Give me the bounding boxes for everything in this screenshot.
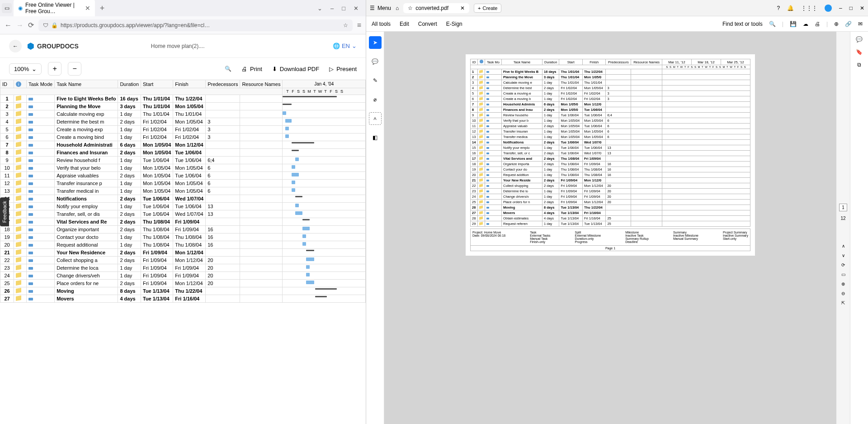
lasso-tool[interactable]: ⌀ — [369, 93, 382, 106]
chat-panel-icon[interactable]: 💬 — [856, 36, 863, 43]
close-tab-icon[interactable]: ✕ — [85, 5, 90, 12]
rotate-icon[interactable]: ⟳ — [841, 262, 845, 267]
table-row[interactable]: 3 Calculate moving exp 1 day Thu 1/01/04… — [0, 110, 366, 118]
minimize-button[interactable]: – — [839, 5, 842, 11]
search-icon[interactable]: 🔍 — [769, 21, 776, 27]
page-current[interactable]: 1 — [839, 204, 847, 211]
table-row[interactable]: 14 Notifications 2 days Tue 1/06/04 Wed … — [0, 195, 366, 203]
assistant-icon[interactable]: ⊕ — [834, 21, 839, 27]
table-row[interactable]: 2 Planning the Move 3 days Thu 1/01/04 M… — [0, 103, 366, 110]
present-button[interactable]: ▷ Present — [329, 66, 357, 72]
convert-tab[interactable]: Convert — [418, 21, 437, 27]
table-row[interactable]: 9 Review household f 1 day Tue 1/06/04 T… — [0, 157, 366, 164]
table-row[interactable]: 5 Create a moving-exp 1 day Fri 1/02/04 … — [0, 126, 366, 133]
text-select-tool[interactable]: A — [369, 112, 382, 125]
gd-logo-icon: ⬢ — [27, 41, 34, 51]
comment-tool[interactable]: 💬 — [369, 55, 382, 68]
home-icon[interactable]: ⌂ — [396, 5, 399, 11]
forward-icon[interactable]: → — [16, 21, 24, 29]
table-row[interactable]: 20 Request additional 1 day Thu 1/08/04 … — [0, 241, 366, 249]
star-icon[interactable]: ☆ — [408, 5, 413, 11]
close-window-button[interactable]: ✕ — [354, 5, 359, 12]
scroll-down-icon[interactable]: ∨ — [842, 253, 845, 258]
pdf-page-number: Page 1 — [470, 246, 750, 251]
table-row[interactable]: 15 Notify your employ 1 day Tue 1/06/04 … — [0, 203, 366, 210]
url-input[interactable]: 🛡 🔒 https://products.groupdocs.app/viewe… — [38, 19, 353, 31]
back-icon[interactable]: ← — [5, 21, 12, 29]
table-row[interactable]: 7 Household Administrati 6 days Mon 1/05… — [0, 141, 366, 149]
link-icon[interactable]: 🔗 — [845, 21, 852, 27]
zoom-selector[interactable]: 100% ⌄ — [9, 63, 42, 75]
table-row[interactable]: 16 Transfer, sell, or dis 2 days Tue 1/0… — [0, 210, 366, 218]
zoom-in-icon[interactable]: ⊕ — [841, 281, 845, 286]
scroll-up-icon[interactable]: ∧ — [842, 243, 845, 248]
table-row[interactable]: 10 Verify that your belo 1 day Mon 1/05/… — [0, 164, 366, 172]
hamburger-icon[interactable]: ≡ — [357, 21, 361, 29]
reload-icon[interactable]: ⟳ — [28, 21, 34, 29]
zoom-out-icon[interactable]: ⊖ — [841, 291, 845, 296]
globe-icon: 🌐 — [333, 43, 340, 49]
table-row[interactable]: 27 Movers 4 days Tue 1/13/04 Fri 1/16/04 — [0, 295, 366, 303]
mail-icon[interactable]: ✉ — [858, 21, 863, 27]
acrobat-tab[interactable]: ☆ converted.pdf ✕ — [403, 3, 469, 13]
firefox-tab-overview-icon[interactable]: ▭ — [2, 3, 12, 13]
select-tool[interactable]: ➤ — [369, 36, 382, 49]
p-col-w1: Mar 11, '12 — [662, 59, 691, 65]
maximize-button[interactable]: □ — [849, 5, 853, 11]
fit-icon[interactable]: ⇱ — [841, 300, 845, 305]
close-tab-icon[interactable]: ✕ — [460, 5, 465, 11]
close-window-button[interactable]: ✕ — [860, 5, 864, 11]
star-icon[interactable]: ☆ — [343, 22, 348, 29]
pencil-tool[interactable]: ✎ — [369, 74, 382, 87]
table-row[interactable]: 26 Moving 8 days Tue 1/13/04 Thu 1/22/04 — [0, 287, 366, 295]
firefox-tab[interactable]: ◉ Free Online Viewer | Free Grou… ✕ — [14, 0, 95, 17]
print-button[interactable]: 🖨 Print — [241, 66, 262, 72]
table-row[interactable]: 6 Create a moving bind 1 day Fri 1/02/04… — [0, 133, 366, 141]
help-icon[interactable]: ? — [777, 5, 780, 11]
bell-icon[interactable]: 🔔 — [787, 5, 794, 11]
acrobat-menu-button[interactable]: ☰ Menu — [370, 5, 391, 11]
language-selector[interactable]: 🌐 EN ⌄ — [333, 43, 357, 49]
find-text-label[interactable]: Find text or tools — [722, 21, 763, 27]
search-icon[interactable]: 🔍 — [225, 66, 231, 72]
maximize-button[interactable]: □ — [342, 5, 345, 12]
table-row[interactable]: 12 Transfer insurance p 1 day Mon 1/05/0… — [0, 180, 366, 187]
gd-back-button[interactable]: ← — [9, 40, 22, 52]
new-tab-button[interactable]: + — [97, 4, 108, 13]
all-tools-tab[interactable]: All tools — [372, 21, 391, 27]
zoom-in-button[interactable]: + — [48, 62, 61, 76]
cloud-icon[interactable]: ☁ — [803, 21, 808, 27]
table-row[interactable]: 1 Five to Eight Weeks Befo 16 days Thu 1… — [0, 95, 366, 103]
table-row[interactable]: 23 Determine the loca 1 day Fri 1/09/04 … — [0, 264, 366, 272]
apps-icon[interactable]: ⋮⋮⋮ — [801, 5, 817, 11]
minimize-button[interactable]: – — [330, 5, 334, 12]
table-row[interactable]: 22 Collect shopping a 2 days Fri 1/09/04… — [0, 257, 366, 264]
print-icon[interactable]: 🖨 — [815, 21, 820, 27]
save-icon[interactable]: 💾 — [790, 21, 797, 27]
table-row[interactable]: 18 Organize important 2 days Thu 1/08/04… — [0, 226, 366, 233]
create-button[interactable]: + Create — [474, 4, 501, 13]
pdf-canvas[interactable]: ID Task Mo Task Name Duration Start Fini… — [384, 32, 836, 424]
eraser-tool[interactable]: ◧ — [369, 131, 382, 144]
table-row[interactable]: 13 Transfer medical in 1 day Mon 1/05/04… — [0, 187, 366, 195]
gd-filename: Home move plan(2).... — [151, 43, 205, 49]
tab-dropdown-icon[interactable]: ⌄ — [317, 5, 322, 12]
col-start: Start — [141, 80, 173, 88]
feedback-tab[interactable]: Feedback — [0, 197, 9, 226]
copy-panel-icon[interactable]: ⧉ — [857, 62, 861, 68]
table-row[interactable]: 25 Place orders for ne 2 days Fri 1/09/0… — [0, 280, 366, 287]
esign-tab[interactable]: E-Sign — [446, 21, 462, 27]
page-display-icon[interactable]: ▭ — [841, 272, 845, 277]
table-row[interactable]: 4 Determine the best m 2 days Fri 1/02/0… — [0, 118, 366, 126]
bookmark-panel-icon[interactable]: 🔖 — [856, 49, 863, 55]
download-pdf-button[interactable]: ⬇ Download PDF — [272, 66, 319, 72]
edit-tab[interactable]: Edit — [400, 21, 409, 27]
table-row[interactable]: 11 Appraise valuables 2 days Mon 1/05/04… — [0, 172, 366, 180]
table-row[interactable]: 19 Contact your docto 1 day Thu 1/08/04 … — [0, 233, 366, 241]
table-row[interactable]: 17 Vital Services and Re 2 days Thu 1/08… — [0, 218, 366, 226]
zoom-out-button[interactable]: − — [68, 62, 81, 76]
profile-icon[interactable] — [825, 5, 832, 12]
table-row[interactable]: 21 Your New Residence 2 days Fri 1/09/04… — [0, 249, 366, 257]
table-row[interactable]: 24 Change drivers/veh 1 day Fri 1/09/04 … — [0, 272, 366, 280]
table-row[interactable]: 8 Finances and Insuran 2 days Mon 1/05/0… — [0, 149, 366, 157]
